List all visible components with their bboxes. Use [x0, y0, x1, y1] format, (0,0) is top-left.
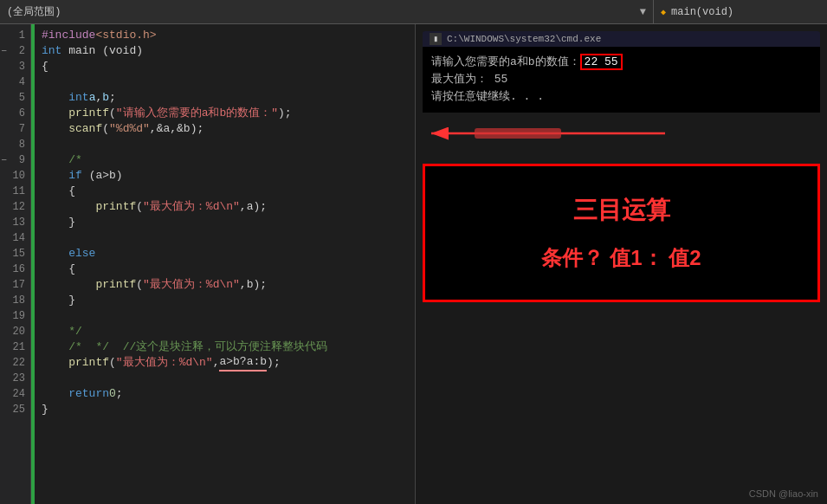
code-line-17: printf("最大值为：%d\n",b);: [35, 277, 415, 293]
code-line-23: [35, 371, 415, 386]
watermark: CSDN @liao-xin: [749, 488, 818, 499]
cmd-line-1: 请输入您需要的a和b的数值：22 55: [431, 54, 811, 71]
cmd-titlebar: ▮ C:\WINDOWS\system32\cmd.exe: [423, 31, 820, 47]
svg-rect-2: [475, 128, 561, 139]
gutter-line-7: 7: [0, 121, 30, 137]
code-line-12: printf("最大值为：%d\n",a);: [35, 199, 415, 215]
arrow-area: [423, 116, 820, 155]
code-line-6: printf("请输入您需要的a和b的数值：");: [35, 106, 415, 121]
gutter-line-8: 8: [0, 137, 30, 152]
cmd-prompt-label: 请输入您需要的a和b的数值：: [431, 55, 580, 68]
gutter-line-15: 15: [0, 246, 30, 262]
code-line-24: return 0;: [35, 386, 415, 402]
code-line-19: [35, 308, 415, 324]
code-line-15: else: [35, 246, 415, 262]
gutter-line-13: 13: [0, 215, 30, 230]
gutter-line-10: 10: [0, 168, 30, 184]
gutter-line-24: 24: [0, 386, 30, 402]
code-content-area[interactable]: #include <stdio.h> int main (void) { int…: [35, 24, 415, 504]
scope-arrow: ▼: [640, 6, 646, 18]
annotation-title: 三目运算: [573, 194, 670, 227]
cmd-line-2: 最大值为： 55: [431, 71, 811, 88]
code-line-13: }: [35, 215, 415, 230]
line-gutter: 1 ─2 3 4 5 6 7 8 ─9 10 11 12 13 14 15 16…: [0, 24, 31, 504]
cmd-input-highlight: 22 55: [580, 54, 623, 70]
annotation-subtitle: 条件？ 值1： 值2: [541, 244, 701, 272]
code-line-8: [35, 137, 415, 152]
gutter-line-14: 14: [0, 230, 30, 246]
func-label: main(void): [671, 6, 733, 18]
code-line-10: if (a>b): [35, 168, 415, 184]
gutter-line-19: 19: [0, 308, 30, 324]
gutter-line-5: 5: [0, 90, 30, 106]
arrow-svg: [423, 116, 682, 151]
code-line-16: {: [35, 262, 415, 277]
cmd-line-3: 请按任意键继续. . .: [431, 88, 811, 106]
code-line-3: {: [35, 59, 415, 74]
gutter-line-18: 18: [0, 293, 30, 308]
gutter-line-20: 20: [0, 324, 30, 339]
scope-dropdown[interactable]: (全局范围) ▼: [0, 0, 654, 23]
gutter-line-12: 12: [0, 199, 30, 215]
main-area: 1 ─2 3 4 5 6 7 8 ─9 10 11 12 13 14 15 16…: [0, 24, 827, 504]
code-line-14: [35, 230, 415, 246]
code-line-18: }: [35, 293, 415, 308]
code-line-1: #include <stdio.h>: [35, 28, 415, 43]
code-line-20: */: [35, 324, 415, 339]
gutter-line-3: 3: [0, 59, 30, 74]
cmd-body: 请输入您需要的a和b的数值：22 55 最大值为： 55 请按任意键继续. . …: [423, 47, 820, 113]
gutter-line-21: 21: [0, 339, 30, 355]
code-line-7: scanf("%d%d",&a,&b);: [35, 121, 415, 137]
code-line-21: /* */ //这个是块注释，可以方便注释整块代码: [35, 339, 415, 355]
code-line-4: [35, 74, 415, 90]
gutter-line-2: ─2: [0, 43, 30, 59]
top-bar: (全局范围) ▼ ◆ main(void): [0, 0, 827, 24]
code-line-9: /*: [35, 152, 415, 168]
right-panel: ▮ C:\WINDOWS\system32\cmd.exe 请输入您需要的a和b…: [416, 24, 827, 504]
function-dropdown[interactable]: ◆ main(void): [654, 0, 827, 23]
gutter-line-16: 16: [0, 262, 30, 277]
scope-label: (全局范围): [7, 4, 61, 19]
code-line-25: }: [35, 402, 415, 417]
gutter-line-1: 1: [0, 28, 30, 43]
code-line-11: {: [35, 184, 415, 199]
cmd-title: C:\WINDOWS\system32\cmd.exe: [447, 34, 601, 44]
gutter-line-4: 4: [0, 74, 30, 90]
gutter-line-23: 23: [0, 371, 30, 386]
function-icon: ◆: [661, 7, 666, 17]
gutter-line-11: 11: [0, 184, 30, 199]
gutter-line-22: 22: [0, 355, 30, 371]
code-line-22: printf("最大值为：%d\n",a>b?a:b);: [35, 355, 415, 371]
gutter-line-25: 25: [0, 402, 30, 417]
annotation-box: 三目运算 条件？ 值1： 值2: [423, 164, 820, 302]
code-editor: 1 ─2 3 4 5 6 7 8 ─9 10 11 12 13 14 15 16…: [0, 24, 415, 504]
code-panel[interactable]: 1 ─2 3 4 5 6 7 8 ─9 10 11 12 13 14 15 16…: [0, 24, 416, 504]
code-line-5: int a,b;: [35, 90, 415, 106]
gutter-line-9: ─9: [0, 152, 30, 168]
gutter-line-6: 6: [0, 106, 30, 121]
gutter-line-17: 17: [0, 277, 30, 293]
cmd-icon: ▮: [430, 33, 442, 45]
code-line-2: int main (void): [35, 43, 415, 59]
